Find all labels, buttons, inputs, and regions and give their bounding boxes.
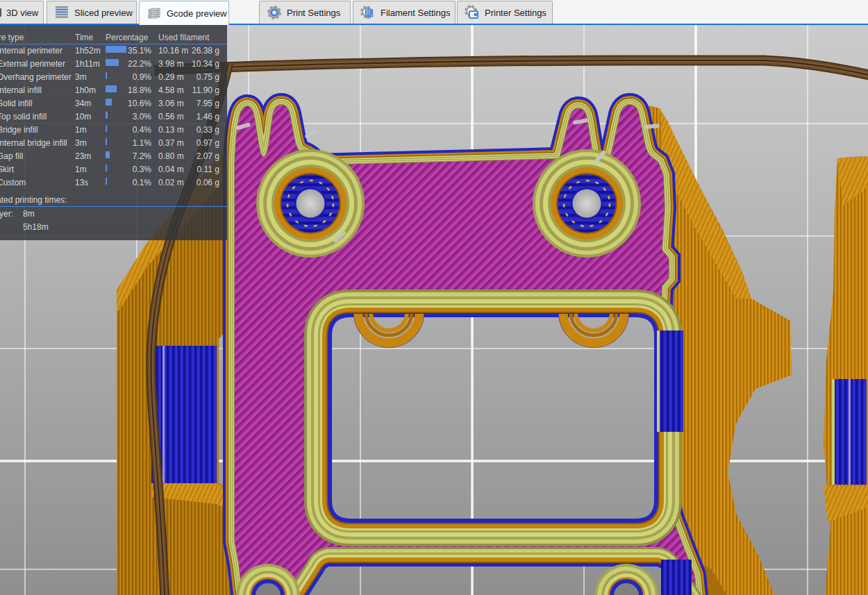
tabbar-accent-line — [0, 24, 868, 26]
feature-type-label: Overhang perimeter — [0, 72, 72, 83]
percentage-bar — [106, 99, 112, 106]
feature-filament-weight: 1.46 g — [187, 112, 219, 122]
feature-filament-weight: 26.38 g — [187, 46, 219, 56]
col-percentage: Percentage — [106, 33, 148, 43]
legend-row: Custom 13s 0.1% 0.02 m 0.06 g — [0, 176, 227, 190]
gcode-legend-panel: Feature type Time Percentage Used filame… — [0, 25, 227, 240]
feature-time: 1m — [75, 125, 87, 135]
feature-filament-weight: 11.90 g — [187, 85, 219, 96]
feature-time: 23m — [75, 151, 91, 162]
feature-type-label: Gap fill — [0, 151, 23, 162]
feature-percentage: 22.2% — [122, 59, 151, 69]
feature-type-label: Internal perimeter — [0, 46, 62, 56]
tab-print-settings[interactable]: Print Settings — [259, 1, 351, 24]
tab-filament-settings[interactable]: Filament Settings — [353, 1, 456, 24]
feature-filament-weight: 2.07 g — [187, 151, 219, 162]
feature-time: 1m — [75, 165, 87, 175]
filament-gear-icon — [360, 5, 376, 20]
legend-row: Bridge infill 1m 0.4% 0.13 m 0.33 g — [0, 124, 227, 137]
main-printed-plate — [235, 105, 698, 595]
first-layer-value: 8m — [23, 209, 35, 219]
feature-filament-weight: 0.97 g — [187, 138, 219, 149]
feature-time: 34m — [75, 99, 91, 109]
percentage-bar — [106, 72, 107, 79]
feature-percentage: 3.0% — [122, 112, 151, 122]
feature-filament-weight: 10.34 g — [187, 59, 219, 69]
tab-label: Gcode preview — [167, 8, 227, 19]
feature-percentage: 1.1% — [122, 138, 151, 149]
printer-gear-icon — [465, 5, 480, 20]
feature-filament-length: 0.02 m — [158, 178, 184, 188]
feature-filament-weight: 0.06 g — [187, 178, 219, 188]
feature-filament-length: 3.98 m — [158, 59, 184, 69]
feature-filament-weight: 0.33 g — [187, 125, 219, 135]
feature-type-label: Bridge infill — [0, 125, 38, 135]
first-layer-label: First layer: — [0, 209, 13, 219]
feature-percentage: 0.1% — [122, 178, 151, 188]
feature-time: 1h11m — [75, 59, 100, 69]
percentage-bar — [106, 85, 117, 92]
legend-row: Overhang perimeter 3m 0.9% 0.29 m 0.75 g — [0, 71, 227, 84]
legend-header-row: Feature type Time Percentage Used filame… — [0, 31, 227, 44]
feature-type-label: Skirt — [0, 165, 14, 175]
feature-filament-weight: 7.95 g — [187, 99, 219, 109]
legend-row: Solid infill 34m 10.6% 3.06 m 7.95 g — [0, 97, 227, 110]
feature-type-label: Custom — [0, 178, 26, 188]
legend-row: Internal perimeter 1h52m 35.1% 10.16 m 2… — [0, 44, 227, 58]
feature-filament-length: 0.13 m — [158, 125, 184, 135]
legend-row: Top solid infill 10m 3.0% 0.56 m 1.46 g — [0, 110, 227, 124]
feature-percentage: 0.3% — [122, 165, 151, 175]
col-used-filament: Used filament — [158, 33, 209, 43]
col-time: Time — [75, 33, 93, 43]
tab-bar: 3D view Sliced preview Gcode preview — [0, 0, 868, 25]
percentage-bar — [106, 151, 110, 158]
feature-time: 1h0m — [75, 85, 96, 96]
feature-filament-length: 0.80 m — [158, 151, 184, 162]
percentage-bar — [106, 138, 107, 145]
feature-time: 3m — [75, 138, 87, 149]
cube-icon — [0, 5, 3, 20]
legend-row: Internal bridge infill 3m 1.1% 0.37 m 0.… — [0, 137, 227, 150]
tab-label: Sliced preview — [74, 8, 133, 18]
feature-filament-length: 4.58 m — [158, 85, 184, 96]
feature-type-label: Internal bridge infill — [0, 138, 67, 149]
feature-filament-length: 0.37 m — [158, 138, 184, 149]
feature-percentage: 7.2% — [122, 151, 151, 162]
feature-filament-weight: 0.11 g — [187, 165, 219, 175]
estimated-times-heading: Estimated printing times: — [0, 194, 227, 206]
legend-row: Internal infill 1h0m 18.8% 4.58 m 11.90 … — [0, 84, 227, 97]
tab-gcode-preview[interactable]: Gcode preview — [139, 1, 229, 25]
feature-time: 10m — [75, 112, 91, 122]
legend-row: External perimeter 1h11m 22.2% 3.98 m 10… — [0, 58, 227, 71]
feature-percentage: 0.9% — [122, 72, 151, 83]
feature-percentage: 35.1% — [122, 46, 151, 56]
legend-row: Skirt 1m 0.3% 0.04 m 0.11 g — [0, 163, 227, 176]
legend-rows: Internal perimeter 1h52m 35.1% 10.16 m 2… — [0, 44, 227, 190]
tab-label: 3D view — [6, 8, 38, 18]
feature-time: 1h52m — [75, 46, 101, 56]
tab-label: Filament Settings — [381, 8, 450, 18]
feature-percentage: 0.4% — [122, 125, 151, 135]
feature-filament-length: 0.29 m — [158, 72, 184, 83]
feature-time: 3m — [75, 72, 87, 83]
percentage-bar — [106, 59, 119, 66]
feature-filament-length: 0.56 m — [158, 112, 184, 122]
bolt-hole-left — [256, 149, 365, 258]
tab-label: Printer Settings — [485, 8, 546, 18]
feature-type-label: Solid infill — [0, 99, 33, 109]
layers-lines-icon — [54, 5, 69, 20]
tab-sliced-preview[interactable]: Sliced preview — [47, 1, 137, 24]
tab-printer-settings[interactable]: Printer Settings — [457, 1, 553, 24]
feature-time: 13s — [75, 178, 88, 188]
col-feature-type: Feature type — [0, 33, 24, 43]
feature-filament-length: 0.04 m — [158, 165, 184, 175]
application-window: 3D view Sliced preview Gcode preview — [0, 0, 868, 595]
tab-label: Print Settings — [287, 8, 340, 18]
feature-filament-length: 3.06 m — [158, 99, 184, 109]
feature-percentage: 18.8% — [122, 85, 151, 96]
percentage-bar — [106, 165, 107, 171]
estimated-first-layer-row: First layer: 8m — [0, 207, 227, 220]
gear-icon — [267, 5, 282, 20]
percentage-bar — [106, 178, 107, 185]
tab-3d-view[interactable]: 3D view — [0, 1, 44, 24]
